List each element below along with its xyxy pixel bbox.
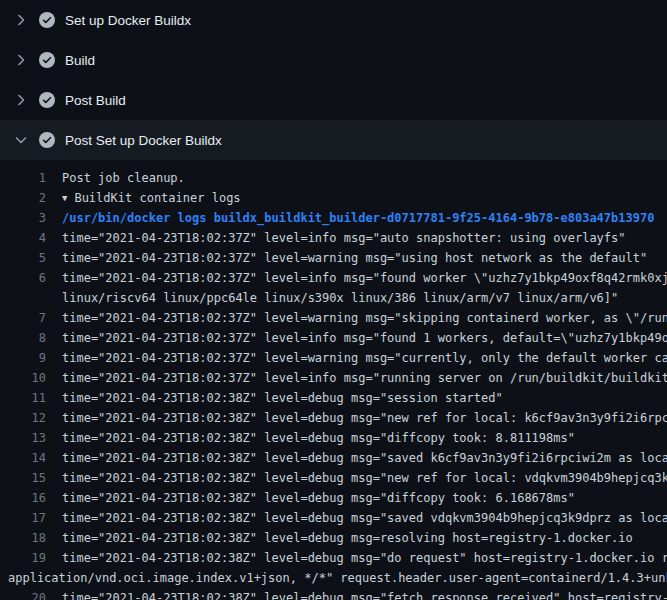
log-line: 19time="2021-04-23T18:02:38Z" level=debu… — [0, 548, 667, 568]
log-line: 15time="2021-04-23T18:02:38Z" level=debu… — [0, 468, 667, 488]
log-line: 5time="2021-04-23T18:02:37Z" level=warni… — [0, 248, 667, 268]
log-line-number[interactable]: 17 — [0, 508, 46, 528]
log-line: 10time="2021-04-23T18:02:37Z" level=info… — [0, 368, 667, 388]
log-line-number[interactable]: 6 — [0, 268, 46, 288]
workflow-log-viewer: Set up Docker BuildxBuildPost BuildPost … — [0, 0, 667, 600]
log-line-text: time="2021-04-23T18:02:38Z" level=debug … — [62, 588, 667, 600]
step-title: Post Set up Docker Buildx — [65, 133, 222, 148]
log-line-number[interactable]: 10 — [0, 368, 46, 388]
log-line-text: time="2021-04-23T18:02:38Z" level=debug … — [62, 488, 575, 508]
log-line-number[interactable]: 13 — [0, 428, 46, 448]
step-title: Post Build — [65, 93, 126, 108]
check-circle-icon — [39, 132, 55, 148]
log-line-number[interactable]: 19 — [0, 548, 46, 568]
step-title: Set up Docker Buildx — [65, 13, 191, 28]
log-line-text: time="2021-04-23T18:02:37Z" level=info m… — [62, 228, 626, 248]
log-command-text: /usr/bin/docker logs buildx_buildkit_bui… — [62, 208, 654, 228]
step-header-post-set-up-docker-buildx[interactable]: Post Set up Docker Buildx — [0, 120, 667, 160]
log-line-number[interactable]: 4 — [0, 228, 46, 248]
check-circle-icon — [39, 52, 55, 68]
log-line-text: time="2021-04-23T18:02:38Z" level=debug … — [62, 468, 667, 488]
log-line: 16time="2021-04-23T18:02:38Z" level=debu… — [0, 488, 667, 508]
step-header-post-build[interactable]: Post Build — [0, 80, 667, 120]
log-line: 17time="2021-04-23T18:02:38Z" level=debu… — [0, 508, 667, 528]
log-line-number[interactable]: 12 — [0, 408, 46, 428]
log-line: 7time="2021-04-23T18:02:37Z" level=warni… — [0, 308, 667, 328]
log-line-text[interactable]: ▼BuildKit container logs — [62, 188, 241, 208]
log-line-text: time="2021-04-23T18:02:37Z" level=warnin… — [62, 248, 647, 268]
log-line-number[interactable]: 20 — [0, 588, 46, 600]
log-line: 11time="2021-04-23T18:02:38Z" level=debu… — [0, 388, 667, 408]
chevron-right-icon — [13, 12, 29, 28]
log-line-number[interactable]: 15 — [0, 468, 46, 488]
log-line-text: time="2021-04-23T18:02:38Z" level=debug … — [62, 408, 667, 428]
chevron-down-icon — [13, 132, 29, 148]
log-line-number[interactable]: 11 — [0, 388, 46, 408]
log-line: 8time="2021-04-23T18:02:37Z" level=info … — [0, 328, 667, 348]
log-line: 20time="2021-04-23T18:02:38Z" level=debu… — [0, 588, 667, 600]
log-line-text: time="2021-04-23T18:02:38Z" level=debug … — [62, 528, 633, 548]
log-line-text: time="2021-04-23T18:02:38Z" level=debug … — [62, 388, 503, 408]
log-line-text: time="2021-04-23T18:02:38Z" level=debug … — [62, 548, 667, 568]
log-group-title: BuildKit container logs — [74, 191, 240, 205]
log-line-number[interactable]: 1 — [0, 168, 46, 188]
log-line-text: time="2021-04-23T18:02:37Z" level=warnin… — [62, 308, 667, 328]
log-line-text: time="2021-04-23T18:02:38Z" level=debug … — [62, 448, 667, 468]
log-line-text: time="2021-04-23T18:02:38Z" level=debug … — [62, 428, 575, 448]
log-line-number[interactable]: 7 — [0, 308, 46, 328]
log-line: 6time="2021-04-23T18:02:37Z" level=info … — [0, 268, 667, 288]
log-line-text: Post job cleanup. — [62, 168, 185, 188]
log-line: application/vnd.oci.image.index.v1+json,… — [0, 568, 667, 588]
log-line-number — [0, 288, 46, 308]
log-line-number[interactable]: 3 — [0, 208, 46, 228]
log-line: 9time="2021-04-23T18:02:37Z" level=warni… — [0, 348, 667, 368]
step-header-build[interactable]: Build — [0, 40, 667, 80]
log-line: linux/riscv64 linux/ppc64le linux/s390x … — [0, 288, 667, 308]
actions-log-page: { "colors": { "background": "#0d1117", "… — [0, 0, 667, 600]
check-circle-icon — [39, 12, 55, 28]
step-header-set-up-docker-buildx[interactable]: Set up Docker Buildx — [0, 0, 667, 40]
log-line: 4time="2021-04-23T18:02:37Z" level=info … — [0, 228, 667, 248]
log-line-text: time="2021-04-23T18:02:38Z" level=debug … — [62, 508, 667, 528]
log-line: 18time="2021-04-23T18:02:38Z" level=debu… — [0, 528, 667, 548]
chevron-right-icon — [13, 92, 29, 108]
log-lines: 1Post job cleanup.2▼BuildKit container l… — [0, 160, 667, 600]
log-line-number[interactable]: 14 — [0, 448, 46, 468]
log-line: 1Post job cleanup. — [0, 168, 667, 188]
log-line: 2▼BuildKit container logs — [0, 188, 667, 208]
log-line-number[interactable]: 8 — [0, 328, 46, 348]
log-line-text: application/vnd.oci.image.index.v1+json,… — [8, 568, 667, 588]
log-line-text: time="2021-04-23T18:02:37Z" level=warnin… — [62, 348, 667, 368]
log-line: 3/usr/bin/docker logs buildx_buildkit_bu… — [0, 208, 667, 228]
log-line: 14time="2021-04-23T18:02:38Z" level=debu… — [0, 448, 667, 468]
step-title: Build — [65, 53, 95, 68]
log-line-text: time="2021-04-23T18:02:37Z" level=info m… — [62, 268, 667, 288]
log-line: 12time="2021-04-23T18:02:38Z" level=debu… — [0, 408, 667, 428]
log-line-text: time="2021-04-23T18:02:37Z" level=info m… — [62, 328, 667, 348]
step-sections: Set up Docker BuildxBuildPost BuildPost … — [0, 0, 667, 160]
log-line-number[interactable]: 2 — [0, 188, 46, 208]
log-line-number[interactable]: 16 — [0, 488, 46, 508]
log-line: 13time="2021-04-23T18:02:38Z" level=debu… — [0, 428, 667, 448]
log-line-number[interactable]: 5 — [0, 248, 46, 268]
chevron-right-icon — [13, 52, 29, 68]
log-line-text: linux/riscv64 linux/ppc64le linux/s390x … — [62, 288, 618, 308]
log-line-number[interactable]: 18 — [0, 528, 46, 548]
triangle-down-icon[interactable]: ▼ — [62, 188, 67, 208]
log-line-text: time="2021-04-23T18:02:37Z" level=info m… — [62, 368, 667, 388]
log-line-number[interactable]: 9 — [0, 348, 46, 368]
check-circle-icon — [39, 92, 55, 108]
